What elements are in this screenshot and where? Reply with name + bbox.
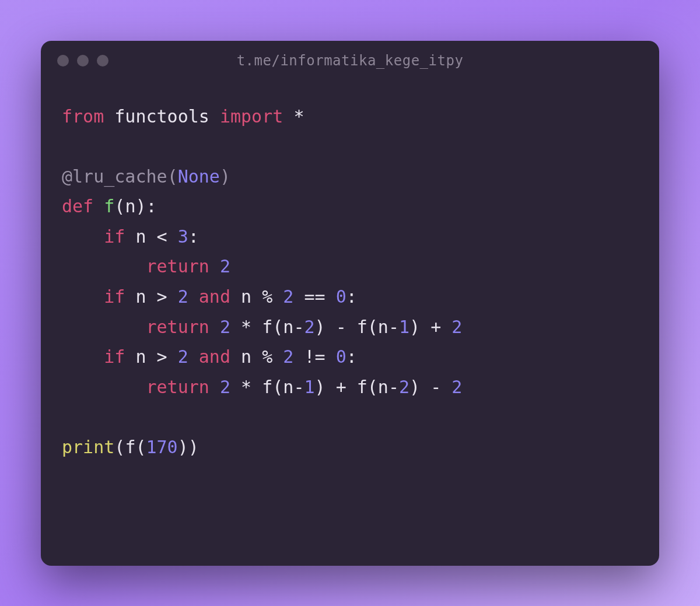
code-token: 3: [178, 226, 188, 247]
code-token: [146, 226, 157, 247]
code-token: [62, 286, 104, 307]
code-token: [146, 286, 157, 307]
code-token: [62, 346, 104, 367]
code-token: [272, 346, 283, 367]
code-token: None: [178, 166, 220, 187]
code-token: f(n: [262, 377, 293, 397]
code-token: )): [178, 437, 199, 457]
code-token: [209, 377, 220, 397]
code-token: ): [220, 166, 230, 187]
code-token: [441, 377, 452, 397]
code-token: -: [293, 317, 304, 337]
code-token: >: [157, 346, 167, 367]
code-token: [62, 256, 146, 276]
code-token: 2: [220, 256, 230, 276]
code-token: [251, 286, 262, 307]
code-token: [62, 226, 104, 247]
code-token: +: [336, 377, 346, 397]
code-token: from: [62, 106, 104, 127]
window-titlebar: t.me/informatika_kege_itpy: [41, 41, 659, 80]
code-token: -: [430, 377, 441, 397]
code-token: 2: [452, 377, 462, 397]
code-token: 2: [399, 377, 410, 397]
close-icon[interactable]: [57, 55, 69, 66]
code-token: [104, 106, 114, 127]
code-token: -: [388, 377, 399, 397]
code-token: (: [114, 437, 125, 457]
code-token: n: [241, 286, 251, 307]
code-token: [146, 346, 157, 367]
code-token: [326, 317, 336, 337]
code-token: [188, 346, 199, 367]
code-token: return: [146, 317, 209, 337]
code-token: if: [104, 286, 125, 307]
code-token: :: [146, 196, 157, 216]
code-token: *: [241, 317, 251, 337]
code-token: [230, 377, 241, 397]
code-token: (: [167, 166, 178, 187]
code-token: <: [157, 226, 167, 247]
code-window: t.me/informatika_kege_itpy from functool…: [41, 41, 659, 566]
code-token: !=: [304, 346, 325, 367]
code-token: 1: [304, 377, 314, 397]
code-token: [167, 286, 178, 307]
code-token: [346, 317, 357, 337]
window-title: t.me/informatika_kege_itpy: [41, 52, 659, 69]
code-token: f: [104, 196, 114, 216]
code-token: [326, 286, 336, 307]
code-token: [251, 317, 262, 337]
code-token: [346, 377, 357, 397]
code-token: [209, 106, 220, 127]
code-token: [167, 226, 178, 247]
code-token: 170: [146, 437, 178, 457]
code-token: ): [410, 317, 420, 337]
code-token: if: [104, 346, 125, 367]
code-token: ): [135, 196, 146, 216]
code-token: [420, 317, 430, 337]
code-token: -: [293, 377, 304, 397]
code-token: [326, 346, 336, 367]
code-token: %: [262, 286, 272, 307]
code-token: [441, 317, 452, 337]
code-token: 0: [336, 286, 346, 307]
code-token: 2: [452, 317, 462, 337]
code-token: ): [315, 377, 326, 397]
maximize-icon[interactable]: [97, 55, 108, 66]
code-token: print: [62, 437, 114, 457]
code-token: [272, 286, 283, 307]
code-token: [93, 196, 104, 216]
code-token: n: [135, 346, 146, 367]
code-token: 2: [304, 317, 314, 337]
code-token: f(n: [357, 377, 388, 397]
minimize-icon[interactable]: [77, 55, 89, 66]
code-token: 2: [178, 286, 188, 307]
code-token: f(n: [262, 317, 293, 337]
code-token: n: [135, 286, 146, 307]
code-token: 2: [283, 346, 293, 367]
code-token: 2: [220, 317, 230, 337]
code-token: n: [135, 226, 146, 247]
code-token: %: [262, 346, 272, 367]
code-token: [209, 256, 220, 276]
code-token: [209, 317, 220, 337]
code-token: *: [293, 106, 304, 127]
code-token: [293, 286, 304, 307]
code-block: from functools import * @lru_cache(None)…: [62, 101, 638, 463]
code-token: :: [346, 286, 357, 307]
code-token: [293, 346, 304, 367]
code-token: return: [146, 377, 209, 397]
code-token: [125, 226, 135, 247]
code-token: 1: [399, 317, 410, 337]
code-token: [167, 346, 178, 367]
code-token: [251, 346, 262, 367]
code-token: ==: [304, 286, 325, 307]
code-token: +: [430, 317, 441, 337]
code-token: 2: [178, 346, 188, 367]
code-token: n: [241, 346, 251, 367]
code-token: [188, 286, 199, 307]
code-token: import: [220, 106, 283, 127]
code-token: functools: [114, 106, 209, 127]
code-token: def: [62, 196, 93, 216]
code-token: 2: [220, 377, 230, 397]
code-token: [125, 346, 135, 367]
